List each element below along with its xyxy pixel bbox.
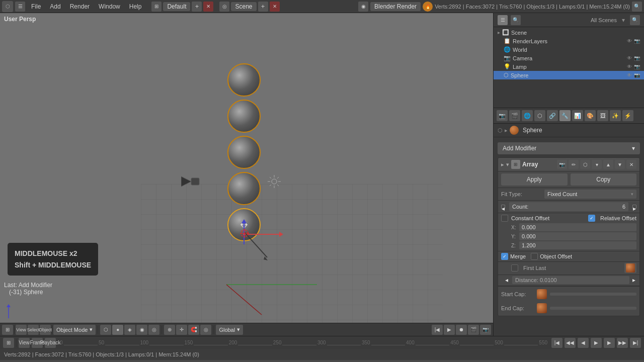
layout-close-btn[interactable]: ✕ (203, 2, 213, 12)
props-world-btn[interactable]: 🌐 (522, 110, 533, 121)
rendered-btn[interactable]: ◎ (148, 325, 159, 335)
modifier-expand-arrow[interactable]: ▸ (501, 161, 504, 168)
play-btn[interactable]: ▶ (444, 325, 455, 335)
mod-expand-btn[interactable]: ▾ (592, 160, 602, 169)
outliner-find-btn[interactable]: 🔍 (630, 15, 640, 25)
props-render-btn[interactable]: 📷 (497, 110, 508, 121)
window-icon-btn[interactable]: ☰ (15, 2, 25, 12)
frame-end-btn[interactable]: ▶| (630, 338, 641, 348)
object-offset-checkbox[interactable] (531, 253, 538, 260)
distance-left-arrow[interactable]: ◂ (505, 277, 509, 284)
layout-add-btn[interactable]: + (192, 2, 202, 12)
layout-icon[interactable]: ⊞ (151, 2, 162, 12)
outliner-renderlayers[interactable]: 📋 RenderLayers 👁 📷 (494, 37, 644, 45)
first-last-checkbox[interactable] (511, 264, 518, 272)
frame-next-btn[interactable]: ▶ (604, 338, 615, 348)
fit-type-value[interactable]: Fixed Count ▾ (544, 190, 636, 199)
outliner-world[interactable]: 🌐 World (494, 45, 644, 54)
modifier-collapse-arrow[interactable]: ▾ (506, 161, 509, 168)
menu-file[interactable]: File (27, 2, 45, 11)
texture-btn[interactable]: ◈ (124, 325, 135, 335)
wireframe-btn[interactable]: ⬡ (100, 325, 111, 335)
engine-icon[interactable]: ◉ (358, 2, 368, 12)
sphere-vis-icon[interactable]: 👁 (627, 72, 632, 78)
renderer-dropdown[interactable]: Blender Render (370, 2, 421, 11)
offset-z-field[interactable]: 1.200 (519, 241, 636, 249)
frame-prev-btn[interactable]: ◀ (578, 338, 589, 348)
mod-cage-btn[interactable]: ⬡ (580, 160, 590, 169)
frame-fwd-btn[interactable]: ▶▶ (617, 338, 628, 348)
pivot-btn[interactable]: ⊕ (164, 325, 175, 335)
relative-offset-checkbox[interactable]: ✓ (588, 215, 595, 222)
camera-render-icon[interactable]: 📷 (634, 55, 640, 61)
solid-btn[interactable]: ● (112, 325, 123, 335)
render-icon-btn[interactable]: 🎬 (468, 325, 479, 335)
merge-checkbox[interactable]: ✓ (501, 253, 508, 260)
outliner-lamp[interactable]: 💡 Lamp 👁 📷 (494, 62, 644, 71)
mod-up-btn[interactable]: ▲ (603, 160, 613, 169)
transform-orientation-dropdown[interactable]: Global ▾ (216, 325, 243, 335)
search-icon-btn[interactable]: 🔍 (632, 2, 642, 12)
distance-right-arrow[interactable]: ▸ (632, 277, 636, 284)
play-btn-timeline[interactable]: ▶ (591, 338, 602, 348)
props-physics-btn[interactable]: ⚡ (622, 110, 633, 121)
copy-btn[interactable]: Copy (571, 173, 637, 186)
count-field[interactable]: Count: 6 (509, 202, 628, 211)
outliner-search-tab[interactable]: 🔍 (511, 15, 521, 25)
all-scenes-dropdown[interactable]: ▾ (622, 17, 625, 24)
props-data-btn[interactable]: 📊 (572, 110, 583, 121)
timeline-view-btn[interactable]: View (19, 338, 30, 348)
snap-btn[interactable]: 🧲 (188, 325, 199, 335)
outliner-camera[interactable]: 📷 Camera 👁 📷 (494, 54, 644, 62)
camera-restrict-icon[interactable]: 📷 (634, 38, 640, 44)
menu-render[interactable]: Render (66, 2, 94, 11)
count-left-arrow[interactable]: ◂ (501, 205, 505, 209)
mod-edit-btn[interactable]: ✏ (569, 160, 579, 169)
apply-btn[interactable]: Apply (501, 173, 568, 186)
props-particles-btn[interactable]: ✨ (610, 110, 621, 121)
distance-field[interactable]: Distance: 0.0100 (512, 276, 629, 284)
menu-add[interactable]: Add (46, 2, 64, 11)
menu-help[interactable]: Help (125, 2, 146, 11)
constant-offset-checkbox[interactable] (501, 215, 508, 222)
scene-add-btn[interactable]: + (258, 2, 268, 12)
start-cap-field[interactable] (550, 293, 636, 296)
timeline-btn[interactable]: |◀ (432, 325, 443, 335)
props-back-btn[interactable]: ⬡ (498, 127, 503, 134)
timeline-playback-btn[interactable]: Playback (45, 338, 56, 348)
timeline-mode-btn[interactable]: ⊞ (3, 338, 14, 348)
scene-close-btn[interactable]: ✕ (270, 2, 280, 12)
frame-start-btn[interactable]: |◀ (551, 338, 562, 348)
props-texture-btn[interactable]: 🖼 (597, 110, 608, 121)
frame-back-btn[interactable]: ◀◀ (565, 338, 576, 348)
camera-view-btn[interactable]: 📷 (480, 325, 491, 335)
outliner-scene[interactable]: ▸ 🔳 Scene (494, 28, 644, 37)
view-menu-btn[interactable]: View (16, 325, 27, 335)
scene-dropdown[interactable]: Scene (231, 2, 256, 11)
viewport-3d[interactable]: User Persp (0, 13, 493, 336)
end-cap-field[interactable] (550, 307, 636, 310)
select-menu-btn[interactable]: Select (28, 325, 39, 335)
offset-y-field[interactable]: 0.000 (519, 232, 636, 240)
proportional-btn[interactable]: ◎ (200, 325, 211, 335)
props-modifiers-btn[interactable]: 🔧 (559, 110, 571, 121)
menu-window[interactable]: Window (95, 2, 124, 11)
scene-icon[interactable]: ◎ (219, 2, 229, 12)
add-modifier-btn[interactable]: Add Modifier ▾ (498, 142, 640, 154)
mod-render-btn[interactable]: 📷 (557, 160, 567, 169)
mod-down-btn[interactable]: ▼ (615, 160, 625, 169)
camera-vis-icon[interactable]: 👁 (627, 55, 632, 61)
lamp-vis-icon[interactable]: 👁 (627, 64, 632, 69)
outliner-sphere[interactable]: ⬡ Sphere 👁 📷 (494, 71, 644, 79)
record-btn[interactable]: ⏺ (456, 325, 467, 335)
layout-dropdown[interactable]: Default (163, 2, 190, 11)
eye-icon[interactable]: 👁 (627, 38, 632, 44)
props-scene-btn[interactable]: 🎬 (509, 110, 520, 121)
props-object-btn[interactable]: ⬡ (534, 110, 545, 121)
outliner-tab[interactable]: ☰ (498, 15, 508, 25)
props-constraints-btn[interactable]: 🔗 (547, 110, 558, 121)
count-right-arrow[interactable]: ▸ (632, 205, 636, 209)
mod-delete-btn[interactable]: ✕ (626, 160, 636, 169)
sphere-render-icon[interactable]: 📷 (634, 72, 640, 78)
material-btn[interactable]: ◉ (136, 325, 147, 335)
